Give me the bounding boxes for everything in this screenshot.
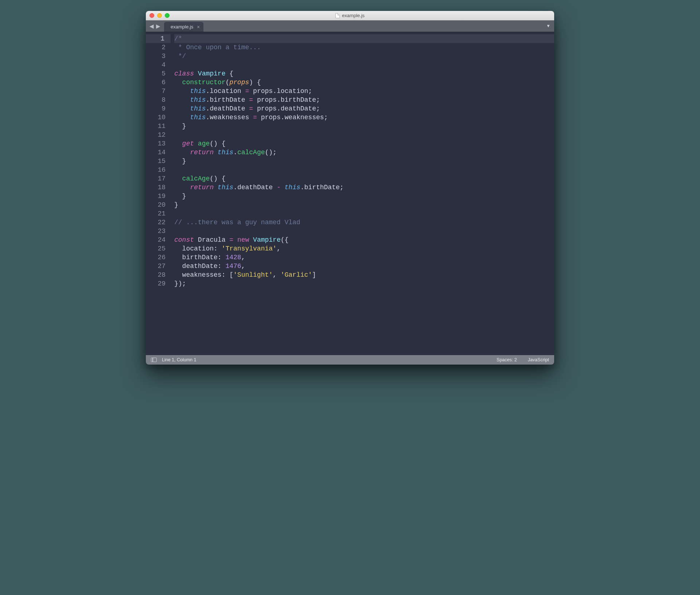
code-line[interactable]: calcAge() { — [174, 174, 554, 183]
line-number[interactable]: 28 — [146, 271, 166, 279]
code-line[interactable] — [174, 131, 554, 139]
code-line[interactable]: class Vampire { — [174, 69, 554, 78]
line-number[interactable]: 17 — [146, 174, 166, 183]
code-editor[interactable]: 1234567891011121314151617181920212223242… — [146, 32, 554, 355]
window-title-text: example.js — [342, 13, 365, 18]
code-line[interactable] — [174, 227, 554, 236]
editor-window: example.js ◀ ▶ example.js × ▼ 1234567891… — [146, 11, 554, 365]
line-number[interactable]: 7 — [146, 87, 166, 96]
line-number[interactable]: 10 — [146, 113, 166, 122]
mac-titlebar: example.js — [146, 11, 554, 20]
code-line[interactable]: deathDate: 1476, — [174, 262, 554, 271]
close-window-icon[interactable] — [149, 13, 154, 18]
line-number[interactable]: 21 — [146, 209, 166, 218]
code-line[interactable] — [174, 209, 554, 218]
code-line[interactable]: birthDate: 1428, — [174, 253, 554, 262]
code-line[interactable]: } — [174, 201, 554, 209]
code-line[interactable]: this.location = props.location; — [174, 87, 554, 96]
code-line[interactable]: get age() { — [174, 139, 554, 148]
line-number[interactable]: 24 — [146, 236, 166, 244]
close-tab-icon[interactable]: × — [197, 24, 200, 30]
code-line[interactable]: return this.deathDate - this.birthDate; — [174, 183, 554, 192]
line-number[interactable]: 27 — [146, 262, 166, 271]
line-number[interactable]: 6 — [146, 78, 166, 87]
line-number[interactable]: 3 — [146, 52, 166, 61]
code-line[interactable]: this.birthDate = props.birthDate; — [174, 96, 554, 104]
line-number[interactable]: 26 — [146, 253, 166, 262]
code-line[interactable]: weaknesses: ['Sunlight', 'Garlic'] — [174, 271, 554, 279]
line-number[interactable]: 23 — [146, 227, 166, 236]
window-title: example.js — [335, 13, 365, 18]
traffic-lights — [149, 13, 170, 18]
line-number[interactable]: 14 — [146, 148, 166, 157]
line-number[interactable]: 16 — [146, 166, 166, 174]
status-indent[interactable]: Spaces: 2 — [497, 357, 517, 362]
nav-forward-icon[interactable]: ▶ — [156, 23, 160, 30]
line-number[interactable]: 29 — [146, 279, 166, 288]
line-number[interactable]: 25 — [146, 244, 166, 253]
code-area[interactable]: /* * Once upon a time... */ class Vampir… — [171, 32, 554, 355]
code-line[interactable]: return this.calcAge(); — [174, 148, 554, 157]
line-number[interactable]: 15 — [146, 157, 166, 166]
tab-strip: ◀ ▶ example.js × ▼ — [146, 20, 554, 32]
line-number[interactable]: 4 — [146, 61, 166, 69]
line-number-gutter[interactable]: 1234567891011121314151617181920212223242… — [146, 32, 171, 355]
nav-back-icon[interactable]: ◀ — [149, 23, 154, 30]
code-line[interactable]: /* — [174, 34, 554, 43]
line-number[interactable]: 8 — [146, 96, 166, 104]
code-line[interactable]: // ...there was a guy named Vlad — [174, 218, 554, 227]
line-number[interactable]: 13 — [146, 139, 166, 148]
line-number[interactable]: 18 — [146, 183, 166, 192]
code-line[interactable]: location: 'Transylvania', — [174, 244, 554, 253]
status-language[interactable]: JavaScript — [528, 357, 549, 362]
line-number[interactable]: 19 — [146, 192, 166, 201]
code-line[interactable]: } — [174, 122, 554, 131]
minimize-window-icon[interactable] — [157, 13, 162, 18]
code-line[interactable]: }); — [174, 279, 554, 288]
tab-nav-arrows: ◀ ▶ — [146, 20, 164, 32]
line-number[interactable]: 22 — [146, 218, 166, 227]
tab-overflow-icon[interactable]: ▼ — [546, 23, 551, 28]
code-line[interactable]: } — [174, 157, 554, 166]
status-cursor[interactable]: Line 1, Column 1 — [162, 357, 197, 362]
zoom-window-icon[interactable] — [165, 13, 170, 18]
line-number[interactable]: 1 — [146, 34, 171, 43]
code-line[interactable] — [174, 61, 554, 69]
code-line[interactable] — [174, 166, 554, 174]
code-line[interactable]: */ — [174, 52, 554, 61]
line-number[interactable]: 2 — [146, 43, 166, 52]
code-line[interactable]: this.deathDate = props.deathDate; — [174, 104, 554, 113]
tab-example-js[interactable]: example.js × — [164, 22, 203, 32]
code-line[interactable]: constructor(props) { — [174, 78, 554, 87]
line-number[interactable]: 11 — [146, 122, 166, 131]
code-line[interactable]: this.weaknesses = props.weaknesses; — [174, 113, 554, 122]
panel-toggle-icon[interactable] — [151, 358, 157, 362]
line-number[interactable]: 20 — [146, 201, 166, 209]
line-number[interactable]: 9 — [146, 104, 166, 113]
line-number[interactable]: 12 — [146, 131, 166, 139]
code-line[interactable]: const Dracula = new Vampire({ — [174, 236, 554, 244]
file-icon — [335, 13, 340, 18]
tab-label: example.js — [171, 24, 193, 30]
code-line[interactable]: * Once upon a time... — [174, 43, 554, 52]
code-line[interactable]: } — [174, 192, 554, 201]
line-number[interactable]: 5 — [146, 69, 166, 78]
status-bar: Line 1, Column 1 Spaces: 2 JavaScript — [146, 355, 554, 365]
